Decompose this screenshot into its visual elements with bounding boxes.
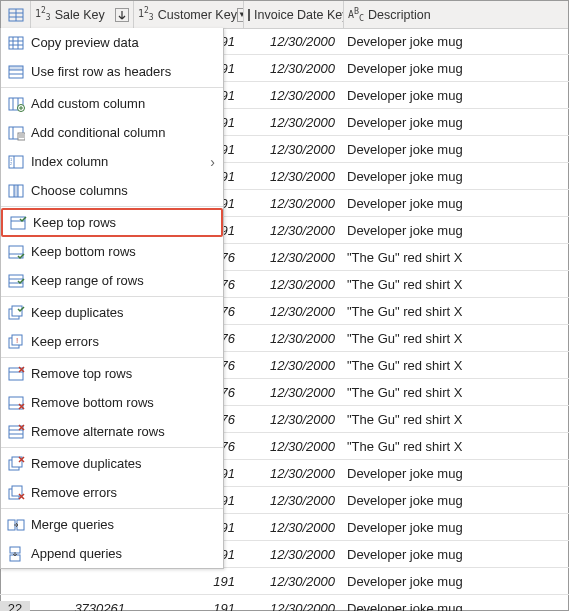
cell-description: Developer joke mug <box>343 601 569 612</box>
header-label: Customer Key <box>158 8 237 22</box>
menu-item-label: Remove top rows <box>31 366 215 381</box>
menu-item-icon <box>5 516 27 534</box>
menu-item-icon <box>5 243 27 261</box>
filter-dropdown[interactable]: ▼ <box>237 8 244 22</box>
menu-item-label: Choose columns <box>31 183 215 198</box>
cell-description: "The Gu" red shirt X <box>343 385 569 400</box>
cell-description: Developer joke mug <box>343 493 569 508</box>
cell-invoice-date: 12/30/2000 <box>243 115 343 130</box>
menu-item-icon <box>5 124 27 142</box>
menu-item-label: Remove duplicates <box>31 456 215 471</box>
cell-invoice-date: 12/30/2000 <box>243 520 343 535</box>
menu-item-icon <box>5 455 27 473</box>
menu-item-icon <box>5 95 27 113</box>
menu-item-use-first-row-as-headers[interactable]: Use first row as headers <box>1 57 223 86</box>
menu-item-label: Add custom column <box>31 96 215 111</box>
text-type-icon: ABC <box>348 6 364 23</box>
cell-invoice-date: 12/30/2000 <box>243 331 343 346</box>
menu-item-label: Append queries <box>31 546 215 561</box>
menu-item-keep-bottom-rows[interactable]: Keep bottom rows <box>1 237 223 266</box>
cell-description: Developer joke mug <box>343 466 569 481</box>
menu-item-keep-top-rows[interactable]: Keep top rows <box>1 208 223 237</box>
cell-invoice-date: 12/30/2000 <box>243 304 343 319</box>
sort-desc-button[interactable] <box>115 8 129 22</box>
date-type-icon <box>248 9 250 21</box>
menu-item-icon <box>5 182 27 200</box>
header-label: Description <box>368 8 431 22</box>
cell-description: Developer joke mug <box>343 169 569 184</box>
cell-description: Developer joke mug <box>343 88 569 103</box>
number-type-icon: 123 <box>35 6 51 22</box>
cell-sale-key: 3730261 <box>30 601 133 612</box>
menu-item-remove-top-rows[interactable]: Remove top rows <box>1 359 223 388</box>
column-header-row: 123 Sale Key 123 Customer Key ▼ Invoice … <box>1 1 568 29</box>
table-context-menu: Copy preview dataUse first row as header… <box>0 28 224 569</box>
header-label: Invoice Date Key <box>254 8 344 22</box>
cell-description: Developer joke mug <box>343 115 569 130</box>
menu-separator <box>1 87 223 88</box>
cell-description: Developer joke mug <box>343 574 569 589</box>
menu-separator <box>1 357 223 358</box>
cell-description: Developer joke mug <box>343 223 569 238</box>
menu-item-label: Keep errors <box>31 334 215 349</box>
corner-menu-button[interactable] <box>1 1 31 28</box>
cell-invoice-date: 12/30/2000 <box>243 466 343 481</box>
cell-description: Developer joke mug <box>343 196 569 211</box>
cell-invoice-date: 12/30/2000 <box>243 547 343 562</box>
cell-invoice-date: 12/30/2000 <box>243 493 343 508</box>
menu-item-remove-errors[interactable]: Remove errors <box>1 478 223 507</box>
cell-invoice-date: 12/30/2000 <box>243 196 343 211</box>
menu-item-label: Remove bottom rows <box>31 395 215 410</box>
menu-separator <box>1 447 223 448</box>
cell-invoice-date: 12/30/2000 <box>243 574 343 589</box>
cell-invoice-date: 12/30/2000 <box>243 142 343 157</box>
table-row[interactable]: 22373026119112/30/2000Developer joke mug <box>0 595 569 611</box>
menu-item-add-conditional-column[interactable]: Add conditional column <box>1 118 223 147</box>
menu-item-icon <box>5 304 27 322</box>
menu-item-icon <box>5 63 27 81</box>
table-row[interactable]: 19112/30/2000Developer joke mug <box>0 568 569 595</box>
menu-item-label: Keep top rows <box>33 215 213 230</box>
menu-separator <box>1 508 223 509</box>
cell-invoice-date: 12/30/2000 <box>243 34 343 49</box>
menu-item-remove-duplicates[interactable]: Remove duplicates <box>1 449 223 478</box>
menu-item-keep-range-of-rows[interactable]: Keep range of rows <box>1 266 223 295</box>
menu-item-remove-bottom-rows[interactable]: Remove bottom rows <box>1 388 223 417</box>
table-icon <box>8 8 24 22</box>
cell-customer-key: 191 <box>133 601 243 612</box>
menu-item-keep-duplicates[interactable]: Keep duplicates <box>1 298 223 327</box>
menu-item-merge-queries[interactable]: Merge queries <box>1 510 223 539</box>
column-header-description[interactable]: ABC Description <box>344 1 568 28</box>
menu-item-icon <box>5 333 27 351</box>
menu-item-label: Merge queries <box>31 517 215 532</box>
cell-customer-key: 191 <box>133 574 243 589</box>
cell-invoice-date: 12/30/2000 <box>243 277 343 292</box>
menu-item-icon <box>5 423 27 441</box>
cell-description: "The Gu" red shirt X <box>343 331 569 346</box>
menu-item-label: Remove alternate rows <box>31 424 215 439</box>
menu-item-label: Keep duplicates <box>31 305 215 320</box>
cell-invoice-date: 12/30/2000 <box>243 385 343 400</box>
number-type-icon: 123 <box>138 6 154 22</box>
menu-item-index-column[interactable]: Index column› <box>1 147 223 176</box>
menu-item-icon <box>5 153 27 171</box>
menu-item-icon <box>5 394 27 412</box>
submenu-arrow-icon: › <box>210 154 215 170</box>
menu-item-copy-preview-data[interactable]: Copy preview data <box>1 28 223 57</box>
menu-item-keep-errors[interactable]: Keep errors <box>1 327 223 356</box>
cell-description: Developer joke mug <box>343 61 569 76</box>
row-number: 22 <box>0 601 30 612</box>
menu-item-add-custom-column[interactable]: Add custom column <box>1 89 223 118</box>
menu-item-label: Keep range of rows <box>31 273 215 288</box>
menu-item-append-queries[interactable]: Append queries <box>1 539 223 568</box>
menu-item-choose-columns[interactable]: Choose columns <box>1 176 223 205</box>
column-header-sale-key[interactable]: 123 Sale Key <box>31 1 134 28</box>
menu-item-remove-alternate-rows[interactable]: Remove alternate rows <box>1 417 223 446</box>
cell-invoice-date: 12/30/2000 <box>243 601 343 612</box>
column-header-customer-key[interactable]: 123 Customer Key ▼ <box>134 1 244 28</box>
cell-description: Developer joke mug <box>343 547 569 562</box>
cell-description: "The Gu" red shirt X <box>343 304 569 319</box>
cell-invoice-date: 12/30/2000 <box>243 412 343 427</box>
column-header-invoice-date[interactable]: Invoice Date Key ▼ <box>244 1 344 28</box>
cell-description: "The Gu" red shirt X <box>343 358 569 373</box>
